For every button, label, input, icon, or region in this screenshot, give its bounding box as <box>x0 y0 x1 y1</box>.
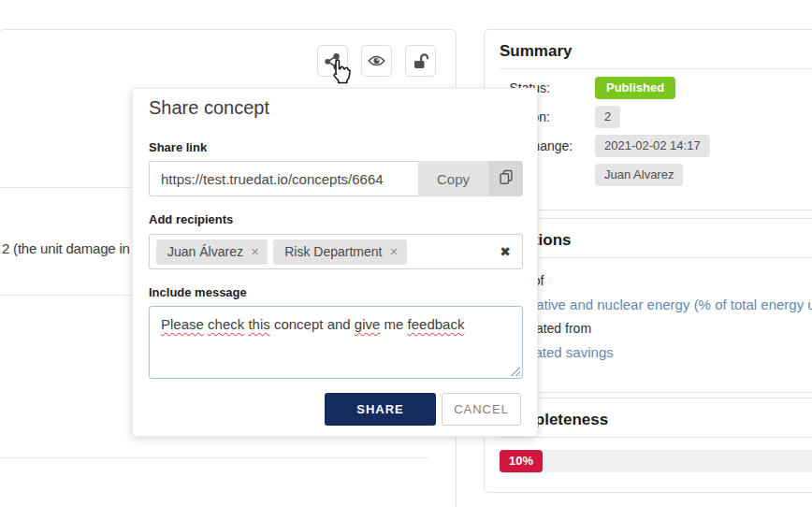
share-link-label: Share link <box>149 140 207 154</box>
share-link-input[interactable] <box>149 161 418 196</box>
share-submit-button[interactable]: SHARE <box>325 393 436 426</box>
modal-title: Share concept <box>149 97 269 119</box>
message-textarea[interactable]: Please check this concept and give me fe… <box>149 306 523 379</box>
value-badge: 2021-02-02 14:17 <box>595 135 710 157</box>
remove-chip-icon[interactable]: ✕ <box>251 246 259 258</box>
copy-icon-button[interactable] <box>488 161 523 196</box>
include-message-label: Include message <box>149 285 247 299</box>
preview-button[interactable] <box>361 45 392 77</box>
share-button[interactable] <box>317 45 348 77</box>
modal-actions: SHARE CANCEL <box>325 393 521 426</box>
recipient-chips: Juan Álvarez✕Risk Department✕ <box>156 239 413 265</box>
recipient-chip: Risk Department✕ <box>273 239 406 265</box>
recipients-input[interactable]: Juan Álvarez✕Risk Department✕ ✖ <box>149 234 523 269</box>
concept-description-text: 2 (the unit damage in 20 <box>2 240 149 256</box>
message-word: this <box>248 316 269 332</box>
message-word: me <box>384 316 404 332</box>
relation-type-label: Child of <box>500 273 812 288</box>
completeness-percent-badge: 10% <box>500 450 543 472</box>
relation-link[interactable]: Alternative and nuclear energy (% of tot… <box>500 297 812 312</box>
unlock-icon <box>413 52 429 69</box>
relation-link[interactable]: Estimated savings <box>500 344 812 360</box>
copy-icon <box>499 169 514 188</box>
recipient-chip-label: Juan Álvarez <box>167 244 243 259</box>
cancel-button[interactable]: CANCEL <box>442 393 521 426</box>
share-icon <box>324 52 341 70</box>
concept-toolbar <box>317 45 436 77</box>
copy-button[interactable]: Copy <box>418 161 488 196</box>
summary-row: Juan Alvarez <box>498 164 812 186</box>
summary-title: Summary <box>485 30 812 68</box>
value-badge: Juan Alvarez <box>595 164 683 186</box>
status-badge: Published <box>595 77 675 99</box>
summary-row: Status:Published <box>498 77 812 99</box>
remove-chip-icon[interactable]: ✕ <box>389 246 398 258</box>
message-word: check <box>208 316 244 332</box>
divider <box>500 437 812 438</box>
message-word: Please <box>161 316 204 332</box>
message-word: give <box>355 316 381 332</box>
relation-type-label: Calculated from <box>500 321 812 336</box>
summary-row: Version:2 <box>498 106 812 128</box>
share-concept-modal: Share concept Share link Copy Add recipi… <box>132 88 538 437</box>
add-recipients-label: Add recipients <box>149 212 233 226</box>
share-link-group: Copy <box>149 161 523 196</box>
eye-icon <box>368 54 385 67</box>
completeness-progress-bar: 10% <box>500 450 812 472</box>
section-divider <box>0 457 428 458</box>
message-word: and <box>327 316 351 332</box>
message-text: Please check this concept and give me fe… <box>161 316 464 332</box>
recipient-chip-label: Risk Department <box>284 244 382 259</box>
recipient-chip: Juan Álvarez✕ <box>156 239 268 265</box>
clear-recipients-icon[interactable]: ✖ <box>500 244 511 259</box>
summary-row: Last change:2021-02-02 14:17 <box>498 135 812 157</box>
value-badge: 2 <box>595 106 620 128</box>
message-word: feedback <box>408 316 465 332</box>
page: 2 (the unit damage in 20 <box>0 0 812 507</box>
resize-handle[interactable] <box>510 366 520 376</box>
unlock-button[interactable] <box>405 45 436 77</box>
message-word: concept <box>274 316 324 332</box>
